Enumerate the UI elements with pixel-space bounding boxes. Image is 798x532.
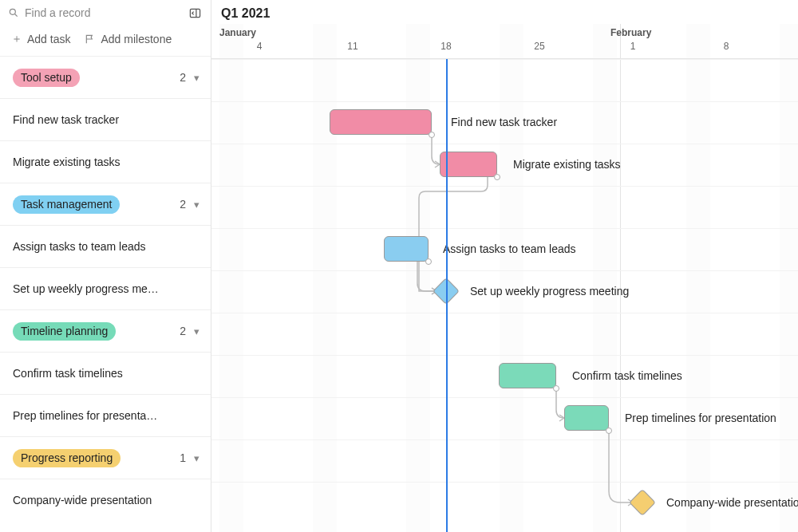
date-tick: 4 — [257, 41, 263, 52]
plus-icon: ＋ — [11, 32, 22, 46]
gantt-bar-label: Set up weekly progress meeting — [470, 285, 629, 298]
task-label: Set up weekly progress me… — [13, 282, 159, 295]
gantt-bar-label: Find new task tracker — [451, 116, 557, 128]
chevron-down-icon[interactable]: ▾ — [194, 325, 200, 337]
gantt-bar[interactable] — [440, 152, 497, 177]
task-row[interactable]: Migrate existing tasks — [0, 140, 211, 183]
add-milestone-label: Add milestone — [101, 33, 172, 45]
page-title: Q1 2021 — [211, 0, 798, 24]
date-tick: 11 — [347, 41, 358, 52]
dependency-handle[interactable] — [606, 428, 612, 434]
search-input[interactable] — [25, 6, 136, 19]
group-count: 2 — [180, 198, 186, 211]
group-header[interactable]: Task management2▾ — [0, 183, 211, 225]
dependency-handle[interactable] — [494, 174, 500, 180]
month-label: February — [610, 27, 651, 38]
dependency-handle[interactable] — [429, 132, 435, 138]
gantt-bar[interactable] — [384, 236, 429, 262]
date-tick: 18 — [440, 41, 451, 52]
timeline-header: JanuaryFebruary 411182518 — [211, 24, 798, 59]
task-row[interactable]: Find new task tracker — [0, 98, 211, 140]
group-header[interactable]: Progress reporting1▾ — [0, 436, 211, 479]
group-tag: Progress reporting — [13, 449, 120, 467]
chevron-down-icon[interactable]: ▾ — [194, 199, 200, 211]
today-line — [446, 59, 448, 532]
task-row[interactable]: Prep timelines for presenta… — [0, 394, 211, 436]
flag-icon — [85, 33, 96, 45]
gantt-bar[interactable] — [564, 405, 609, 431]
task-label: Confirm task timelines — [13, 367, 123, 380]
group-tag: Timeline planning — [13, 322, 116, 341]
gantt-bar-label: Prep timelines for presentation — [625, 412, 776, 424]
task-row[interactable]: Confirm task timelines — [0, 352, 211, 394]
task-label: Assign tasks to team leads — [13, 240, 146, 253]
group-header[interactable]: Timeline planning2▾ — [0, 309, 211, 352]
task-label: Prep timelines for presenta… — [13, 409, 157, 422]
date-tick: 1 — [630, 41, 636, 52]
date-tick: 25 — [534, 41, 544, 52]
add-task-button[interactable]: ＋ Add task — [11, 32, 70, 46]
gantt-chart[interactable]: Find new task trackerMigrate existing ta… — [211, 59, 798, 532]
gantt-bar-label: Assign tasks to team leads — [443, 242, 576, 255]
group-count: 2 — [180, 325, 186, 337]
svg-point-0 — [10, 9, 15, 14]
chevron-down-icon[interactable]: ▾ — [194, 72, 200, 84]
add-milestone-button[interactable]: Add milestone — [85, 33, 172, 45]
group-count: 1 — [180, 451, 186, 464]
date-tick: 8 — [724, 41, 729, 52]
group-header[interactable]: Tool setup2▾ — [0, 56, 211, 98]
task-row[interactable]: Assign tasks to team leads — [0, 225, 211, 267]
month-label: January — [219, 27, 256, 38]
collapse-sidebar-icon[interactable] — [188, 6, 201, 19]
task-label: Company-wide presentation — [13, 494, 152, 506]
dependency-handle[interactable] — [553, 385, 559, 392]
search-icon — [8, 7, 19, 18]
gantt-bar-label: Company-wide presentation — [666, 496, 798, 509]
task-label: Find new task tracker — [13, 113, 119, 126]
gantt-bar[interactable] — [330, 109, 432, 135]
dependency-handle[interactable] — [425, 258, 432, 265]
add-task-label: Add task — [27, 33, 70, 45]
gantt-bar-label: Confirm task timelines — [572, 369, 682, 382]
gantt-bar-label: Migrate existing tasks — [513, 158, 621, 171]
chevron-down-icon[interactable]: ▾ — [194, 452, 200, 464]
svg-line-1 — [15, 14, 18, 17]
task-row[interactable]: Company-wide presentation — [0, 479, 211, 521]
group-tag: Tool setup — [13, 69, 80, 87]
group-count: 2 — [180, 71, 186, 84]
gantt-bar[interactable] — [499, 363, 556, 388]
group-tag: Task management — [13, 195, 120, 214]
task-label: Migrate existing tasks — [13, 156, 120, 168]
task-row[interactable]: Set up weekly progress me… — [0, 267, 211, 309]
